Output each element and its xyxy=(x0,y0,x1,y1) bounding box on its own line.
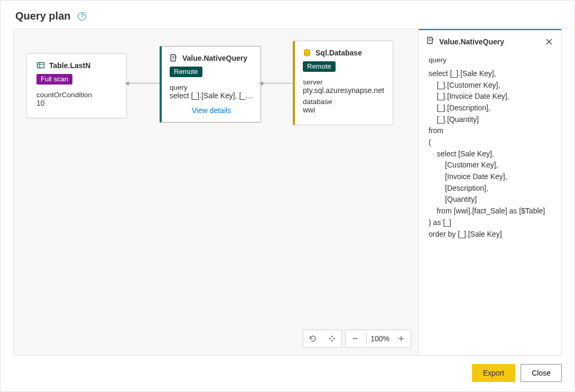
native-query-icon xyxy=(426,36,435,46)
separator xyxy=(366,333,367,344)
zoom-out-button[interactable] xyxy=(346,330,365,347)
svg-rect-0 xyxy=(38,63,44,68)
database-icon xyxy=(303,49,311,57)
dialog-header: Query plan ? xyxy=(1,1,574,29)
node-table-lastn[interactable]: Table.LastN Full scan countOrCondition 1… xyxy=(26,53,127,118)
view-details-link[interactable]: View details xyxy=(170,106,253,115)
remote-badge: Remote xyxy=(303,61,336,72)
node-title: Value.NativeQuery xyxy=(182,54,247,62)
param-label: query xyxy=(170,83,253,91)
zoom-level-group: 100% xyxy=(345,330,411,348)
zoom-bar: 100% xyxy=(303,330,411,348)
zoom-tools-group xyxy=(303,330,342,348)
details-title: Value.NativeQuery xyxy=(439,38,504,46)
node-title: Sql.Database xyxy=(316,49,362,57)
arrow-native-to-lastn xyxy=(128,83,160,83)
dialog-footer: Export Close xyxy=(1,356,574,391)
node-native-query[interactable]: Value.NativeQuery Remote query select [_… xyxy=(160,46,261,123)
native-query-icon xyxy=(170,54,178,62)
details-query-label: query xyxy=(429,55,552,66)
close-details-button[interactable] xyxy=(544,37,554,46)
body-area: Table.LastN Full scan countOrCondition 1… xyxy=(13,29,562,356)
close-button[interactable]: Close xyxy=(521,364,562,382)
database-value: wwi xyxy=(303,106,385,114)
node-title: Table.LastN xyxy=(49,61,90,70)
full-scan-badge: Full scan xyxy=(36,74,72,85)
details-header: Value.NativeQuery xyxy=(419,30,561,52)
export-button[interactable]: Export xyxy=(472,364,515,382)
server-value: pty.sql.azuresynapse.net xyxy=(303,86,385,95)
node-title-row: Value.NativeQuery xyxy=(170,54,253,62)
node-title-row: Sql.Database xyxy=(303,49,385,57)
details-panel: Value.NativeQuery query select [_].[Sale… xyxy=(419,29,561,355)
param-label: countOrCondition xyxy=(36,91,119,99)
arrow-sql-to-native xyxy=(262,83,293,83)
param-value: select [_].[Sale Key], [_].... xyxy=(170,91,253,100)
zoom-percent: 100% xyxy=(368,334,392,343)
database-label: database xyxy=(303,98,385,106)
details-body: query select [_].[Sale Key], [_].[Custom… xyxy=(419,52,561,247)
fit-view-button[interactable] xyxy=(322,330,341,347)
plan-canvas[interactable]: Table.LastN Full scan countOrCondition 1… xyxy=(14,29,419,355)
server-label: server xyxy=(303,78,385,86)
node-title-row: Table.LastN xyxy=(36,61,119,70)
query-plan-dialog: Query plan ? Table.LastN Full scan xyxy=(0,0,575,392)
table-icon xyxy=(36,61,45,70)
details-query-text: select [_].[Sale Key], [_].[Customer Key… xyxy=(429,68,552,240)
node-sql-database[interactable]: Sql.Database Remote server pty.sql.azure… xyxy=(293,41,393,125)
remote-badge: Remote xyxy=(170,67,202,77)
reset-view-button[interactable] xyxy=(303,330,322,347)
param-value: 10 xyxy=(36,99,119,107)
help-icon[interactable]: ? xyxy=(78,12,86,21)
dialog-title: Query plan xyxy=(15,10,70,22)
zoom-in-button[interactable] xyxy=(392,330,411,347)
